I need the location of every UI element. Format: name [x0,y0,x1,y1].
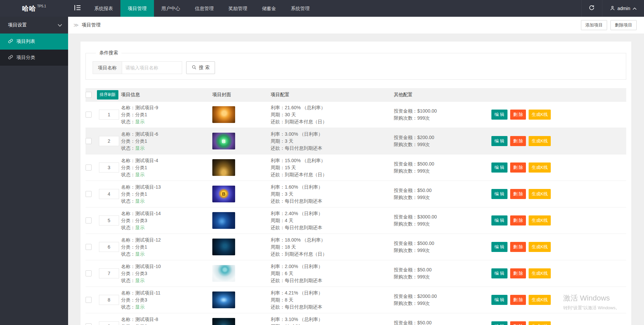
edit-button[interactable]: 编 辑 [491,215,507,225]
user-menu[interactable]: admin [602,0,644,17]
delete-button[interactable]: 删 除 [510,162,526,173]
project-name: 测试项目-9 [135,105,158,110]
row-checkbox[interactable] [86,138,92,144]
row-checkbox[interactable] [86,217,92,223]
edit-button[interactable]: 编 辑 [491,110,507,120]
project-limit: 999次 [417,274,430,279]
status-toggle-link[interactable]: 显示 [135,225,145,230]
sort-order-input[interactable] [99,110,119,120]
sidebar-collapse-button[interactable] [68,0,87,17]
status-toggle-link[interactable]: 显示 [135,172,145,177]
status-toggle-link[interactable]: 显示 [135,145,145,151]
nav-item-savings[interactable]: 储蓄金 [255,0,283,17]
sort-order-input[interactable] [99,321,119,325]
nav-item-system-reports[interactable]: 系统报表 [87,0,120,17]
edit-button[interactable]: 编 辑 [491,136,507,146]
project-cover-image [212,265,235,282]
category-label: 分类： [121,271,135,276]
status-toggle-link[interactable]: 显示 [135,304,145,310]
sort-order-input[interactable] [99,189,119,199]
add-project-button[interactable]: 添加项目 [581,20,607,30]
nav-item-system-management[interactable]: 系统管理 [283,0,317,17]
nav-item-user-center[interactable]: 用户中心 [154,0,187,17]
project-rate: 18.00% （总利率） [285,237,325,243]
table-row: 名称：测试项目-4 分类：分类1 状态：显示 利率：15.00% （总利率） 周… [86,154,626,181]
generate-kline-button[interactable]: 生成K线 [529,321,551,325]
delete-button[interactable]: 删 除 [510,189,526,199]
generate-kline-button[interactable]: 生成K线 [529,295,551,305]
row-checkbox[interactable] [86,297,92,303]
app-logo[interactable]: 哈哈 TP5.1 [0,0,68,17]
generate-kline-button[interactable]: 生成K线 [529,268,551,278]
edit-button[interactable]: 编 辑 [491,242,507,252]
sort-order-input[interactable] [99,242,119,252]
project-category: 分类1 [135,112,147,117]
project-cover-image [212,106,235,123]
status-toggle-link[interactable]: 显示 [135,251,145,257]
hamburger-icon [74,5,80,12]
delete-button[interactable]: 删 除 [510,268,526,278]
edit-button[interactable]: 编 辑 [491,268,507,278]
edit-button[interactable]: 编 辑 [491,321,507,325]
generate-kline-button[interactable]: 生成K线 [529,110,551,120]
repay-label: 还款： [271,145,285,151]
generate-kline-button[interactable]: 生成K线 [529,136,551,146]
table-row: 名称：测试项目-11 分类：分类3 状态：显示 利率：4.21% （日利率） 周… [86,287,626,313]
project-cover-image [212,239,235,255]
generate-kline-button[interactable]: 生成K线 [529,162,551,173]
edit-button[interactable]: 编 辑 [491,189,507,199]
delete-button[interactable]: 删 除 [510,295,526,305]
repay-label: 还款： [271,251,285,257]
name-label: 名称： [121,264,135,269]
generate-kline-button[interactable]: 生成K线 [529,215,551,225]
row-checkbox[interactable] [86,323,92,325]
project-limit: 999次 [417,142,430,147]
sidebar-item-label: 项目分类 [16,55,35,61]
row-checkbox[interactable] [86,165,92,171]
project-name-input[interactable] [122,61,182,74]
sidebar-group-project-settings[interactable]: 项目设置 [0,17,68,34]
row-checkbox[interactable] [86,191,92,197]
nav-item-project-management[interactable]: 项目管理 [120,0,154,17]
row-checkbox[interactable] [86,112,92,118]
project-amount: $500.00 [417,161,434,167]
project-cycle: 11 小时 [285,324,300,325]
refresh-button[interactable] [581,0,602,17]
status-toggle-link[interactable]: 显示 [135,198,145,204]
delete-button[interactable]: 删 除 [510,242,526,252]
sort-order-input[interactable] [99,215,119,225]
row-checkbox[interactable] [86,244,92,250]
delete-button[interactable]: 删 除 [510,215,526,225]
nav-item-info-management[interactable]: 信息管理 [187,0,221,17]
status-label: 状态： [121,172,135,177]
row-checkbox[interactable] [86,270,92,276]
search-button[interactable]: 搜 索 [186,61,215,74]
sort-order-input[interactable] [99,136,119,146]
sort-order-input[interactable] [99,162,119,173]
delete-button[interactable]: 删 除 [510,110,526,120]
sort-order-input[interactable] [99,268,119,278]
sort-refresh-button[interactable]: 排序刷新 [97,90,118,100]
category-label: 分类： [121,324,135,325]
limit-label: 限购次数： [394,301,417,306]
status-toggle-link[interactable]: 显示 [135,278,145,283]
status-toggle-link[interactable]: 显示 [135,119,145,124]
edit-button[interactable]: 编 辑 [491,162,507,173]
nav-item-reward-management[interactable]: 奖励管理 [221,0,255,17]
delete-button[interactable]: 删 除 [510,136,526,146]
edit-button[interactable]: 编 辑 [491,295,507,305]
select-all-checkbox[interactable] [86,92,92,98]
amount-label: 投资金额： [394,214,417,219]
sidebar-item-project-category[interactable]: 项目分类 [0,50,68,66]
project-name: 测试项目-14 [135,211,161,216]
delete-project-button[interactable]: 删除项目 [610,20,637,30]
project-limit: 999次 [417,115,430,121]
project-category: 分类1 [135,165,147,170]
generate-kline-button[interactable]: 生成K线 [529,242,551,252]
category-label: 分类： [121,112,135,117]
sidebar-item-project-list[interactable]: 项目列表 [0,34,68,50]
delete-button[interactable]: 删 除 [510,321,526,325]
category-label: 分类： [121,138,135,144]
sort-order-input[interactable] [99,295,119,305]
generate-kline-button[interactable]: 生成K线 [529,189,551,199]
